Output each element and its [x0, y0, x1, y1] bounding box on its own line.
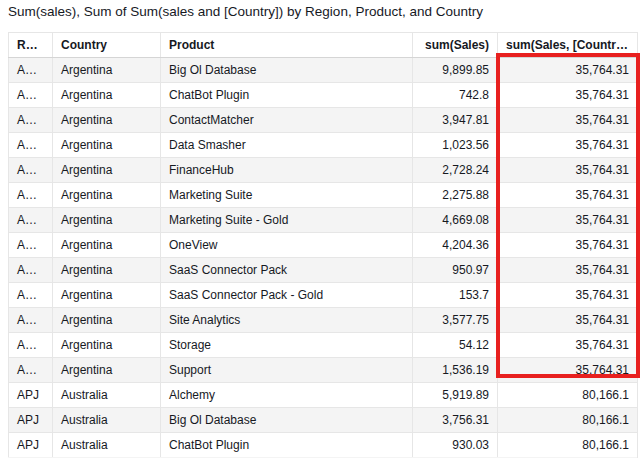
cell-sum_sales[interactable]: 1,023.56: [413, 133, 498, 158]
cell-region[interactable]: AMER: [9, 233, 53, 258]
column-header-region[interactable]: Regi…: [9, 33, 53, 58]
cell-region[interactable]: AMER: [9, 108, 53, 133]
table-row: AMERArgentinaMarketing Suite - Gold4,669…: [9, 208, 638, 233]
cell-product[interactable]: Storage: [161, 333, 413, 358]
cell-product[interactable]: Marketing Suite: [161, 183, 413, 208]
cell-country[interactable]: Argentina: [53, 133, 161, 158]
cell-sum_sales_country[interactable]: 35,764.31: [498, 308, 638, 333]
table-row: AMERArgentinaBig Ol Database9,899.8535,7…: [9, 58, 638, 83]
cell-product[interactable]: OneView: [161, 233, 413, 258]
table-row: AMERArgentinaContactMatcher3,947.8135,76…: [9, 108, 638, 133]
cell-country[interactable]: Argentina: [53, 183, 161, 208]
cell-region[interactable]: AMER: [9, 133, 53, 158]
cell-product[interactable]: Alchemy: [161, 383, 413, 408]
cell-region[interactable]: AMER: [9, 183, 53, 208]
cell-country[interactable]: Australia: [53, 433, 161, 458]
table-container: Regi…CountryProductsum(Sales)sum(Sales, …: [8, 32, 637, 458]
column-header-sum_sales[interactable]: sum(Sales): [413, 33, 498, 58]
cell-sum_sales[interactable]: 930.03: [413, 433, 498, 458]
cell-sum_sales[interactable]: 4,669.08: [413, 208, 498, 233]
cell-region[interactable]: AMER: [9, 158, 53, 183]
cell-region[interactable]: AMER: [9, 208, 53, 233]
cell-sum_sales_country[interactable]: 80,166.1: [498, 383, 638, 408]
cell-region[interactable]: APJ: [9, 408, 53, 433]
cell-sum_sales_country[interactable]: 80,166.1: [498, 433, 638, 458]
cell-region[interactable]: AMER: [9, 333, 53, 358]
cell-sum_sales_country[interactable]: 35,764.31: [498, 233, 638, 258]
cell-country[interactable]: Argentina: [53, 308, 161, 333]
table-row: APJAustraliaChatBot Plugin930.0380,166.1: [9, 433, 638, 458]
cell-sum_sales[interactable]: 2,275.88: [413, 183, 498, 208]
cell-sum_sales_country[interactable]: 35,764.31: [498, 158, 638, 183]
cell-country[interactable]: Argentina: [53, 333, 161, 358]
table-row: AMERArgentinaSaaS Connector Pack - Gold1…: [9, 283, 638, 308]
cell-product[interactable]: ChatBot Plugin: [161, 433, 413, 458]
column-header-country[interactable]: Country: [53, 33, 161, 58]
cell-sum_sales[interactable]: 5,919.89: [413, 383, 498, 408]
cell-sum_sales_country[interactable]: 35,764.31: [498, 208, 638, 233]
cell-sum_sales[interactable]: 742.8: [413, 83, 498, 108]
cell-product[interactable]: Big Ol Database: [161, 408, 413, 433]
cell-country[interactable]: Argentina: [53, 108, 161, 133]
cell-sum_sales[interactable]: 3,756.31: [413, 408, 498, 433]
cell-product[interactable]: Site Analytics: [161, 308, 413, 333]
cell-region[interactable]: APJ: [9, 433, 53, 458]
column-header-sum_sales_country[interactable]: sum(Sales, [Country]): [498, 33, 638, 58]
cell-product[interactable]: Big Ol Database: [161, 58, 413, 83]
visual-title: Sum(sales), Sum of Sum(sales and [Countr…: [8, 4, 483, 19]
cell-sum_sales[interactable]: 153.7: [413, 283, 498, 308]
cell-sum_sales[interactable]: 9,899.85: [413, 58, 498, 83]
cell-sum_sales[interactable]: 4,204.36: [413, 233, 498, 258]
cell-country[interactable]: Australia: [53, 408, 161, 433]
cell-country[interactable]: Argentina: [53, 283, 161, 308]
table-row: AMERArgentinaSaaS Connector Pack950.9735…: [9, 258, 638, 283]
cell-country[interactable]: Argentina: [53, 358, 161, 383]
cell-product[interactable]: Marketing Suite - Gold: [161, 208, 413, 233]
cell-region[interactable]: APJ: [9, 383, 53, 408]
table-row: AMERArgentinaFinanceHub2,728.2435,764.31: [9, 158, 638, 183]
cell-sum_sales_country[interactable]: 35,764.31: [498, 333, 638, 358]
cell-product[interactable]: Support: [161, 358, 413, 383]
cell-product[interactable]: SaaS Connector Pack - Gold: [161, 283, 413, 308]
table-row: AMERArgentinaMarketing Suite2,275.8835,7…: [9, 183, 638, 208]
cell-product[interactable]: ChatBot Plugin: [161, 83, 413, 108]
table-body: AMERArgentinaBig Ol Database9,899.8535,7…: [9, 58, 638, 458]
table-row: AMERArgentinaChatBot Plugin742.835,764.3…: [9, 83, 638, 108]
cell-sum_sales_country[interactable]: 35,764.31: [498, 133, 638, 158]
cell-sum_sales[interactable]: 950.97: [413, 258, 498, 283]
cell-country[interactable]: Argentina: [53, 158, 161, 183]
cell-sum_sales[interactable]: 54.12: [413, 333, 498, 358]
cell-region[interactable]: AMER: [9, 83, 53, 108]
cell-product[interactable]: ContactMatcher: [161, 108, 413, 133]
table-row: APJAustraliaAlchemy5,919.8980,166.1: [9, 383, 638, 408]
cell-sum_sales_country[interactable]: 35,764.31: [498, 283, 638, 308]
column-header-product[interactable]: Product: [161, 33, 413, 58]
cell-region[interactable]: AMER: [9, 283, 53, 308]
cell-country[interactable]: Argentina: [53, 233, 161, 258]
cell-region[interactable]: AMER: [9, 258, 53, 283]
cell-country[interactable]: Argentina: [53, 58, 161, 83]
cell-product[interactable]: FinanceHub: [161, 158, 413, 183]
cell-sum_sales_country[interactable]: 35,764.31: [498, 108, 638, 133]
cell-sum_sales[interactable]: 1,536.19: [413, 358, 498, 383]
cell-country[interactable]: Argentina: [53, 258, 161, 283]
cell-country[interactable]: Argentina: [53, 208, 161, 233]
cell-sum_sales[interactable]: 2,728.24: [413, 158, 498, 183]
cell-country[interactable]: Australia: [53, 383, 161, 408]
header-row: Regi…CountryProductsum(Sales)sum(Sales, …: [9, 33, 638, 58]
table-row: APJAustraliaBig Ol Database3,756.3180,16…: [9, 408, 638, 433]
cell-sum_sales_country[interactable]: 35,764.31: [498, 83, 638, 108]
cell-region[interactable]: AMER: [9, 358, 53, 383]
cell-sum_sales_country[interactable]: 35,764.31: [498, 258, 638, 283]
cell-country[interactable]: Argentina: [53, 83, 161, 108]
cell-sum_sales_country[interactable]: 80,166.1: [498, 408, 638, 433]
cell-region[interactable]: AMER: [9, 58, 53, 83]
cell-sum_sales_country[interactable]: 35,764.31: [498, 358, 638, 383]
cell-sum_sales[interactable]: 3,577.75: [413, 308, 498, 333]
cell-product[interactable]: SaaS Connector Pack: [161, 258, 413, 283]
cell-region[interactable]: AMER: [9, 308, 53, 333]
cell-product[interactable]: Data Smasher: [161, 133, 413, 158]
cell-sum_sales_country[interactable]: 35,764.31: [498, 183, 638, 208]
cell-sum_sales[interactable]: 3,947.81: [413, 108, 498, 133]
cell-sum_sales_country[interactable]: 35,764.31: [498, 58, 638, 83]
